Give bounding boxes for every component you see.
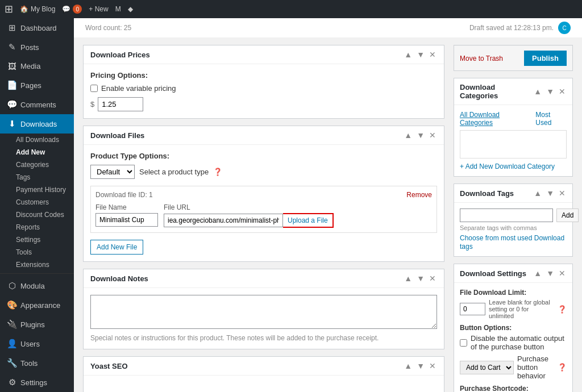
- tags-close[interactable]: ✕: [558, 189, 567, 198]
- move-to-trash-link[interactable]: Move to Trash: [460, 55, 503, 62]
- vendor-icon[interactable]: M: [115, 5, 121, 13]
- cat-tab-all[interactable]: All Download Categories: [460, 111, 531, 127]
- tag-add-button[interactable]: Add: [556, 208, 579, 222]
- file-fields: File Name File URL Upload a File: [95, 203, 432, 228]
- sidebar-sub-categories[interactable]: Categories: [0, 159, 74, 171]
- sidebar-item-plugins[interactable]: 🔌 Plugins: [0, 315, 74, 334]
- sidebar-item-downloads[interactable]: ⬇ Downloads: [0, 114, 74, 134]
- notes-collapse-up[interactable]: ▲: [403, 274, 413, 283]
- sidebar-sub-customers[interactable]: Customers: [0, 196, 74, 208]
- limit-input[interactable]: [460, 303, 485, 315]
- file-url-container: Upload a File: [164, 213, 334, 228]
- sidebar-sub-payment-history[interactable]: Payment History: [0, 184, 74, 196]
- product-type-help-icon[interactable]: ❓: [213, 168, 222, 176]
- cat-close[interactable]: ✕: [558, 87, 567, 96]
- yoast-collapse-down[interactable]: ▼: [415, 361, 426, 370]
- tags-hint: Separate tags with commas: [460, 224, 567, 231]
- price-input[interactable]: [98, 97, 143, 111]
- prices-collapse-up[interactable]: ▲: [403, 50, 413, 59]
- file-item-1: Download file ID: 1 Remove File Name Fil…: [90, 186, 437, 233]
- files-close[interactable]: ✕: [428, 131, 437, 140]
- notes-close[interactable]: ✕: [428, 274, 437, 283]
- wp-logo[interactable]: ⊞: [5, 3, 13, 15]
- sidebar-item-settings[interactable]: ⚙ Settings: [0, 373, 74, 392]
- file-name-input[interactable]: [95, 213, 158, 227]
- upload-file-button[interactable]: Upload a File: [283, 213, 334, 228]
- tags-collapse-up[interactable]: ▲: [533, 189, 543, 198]
- disable-button-checkbox[interactable]: [460, 339, 467, 347]
- post-top-bar: Word count: 25 Draft saved at 12:28:13 p…: [74, 18, 582, 38]
- tags-collapse-down[interactable]: ▼: [545, 189, 555, 198]
- prices-collapse-down[interactable]: ▼: [415, 50, 426, 59]
- diamond-icon[interactable]: ◆: [128, 5, 133, 13]
- sidebar-sub-tools[interactable]: Tools: [0, 246, 74, 258]
- sidebar-separator: [0, 273, 74, 274]
- file-limit-label: File Download Limit:: [460, 289, 567, 297]
- media-icon: 🖼: [7, 61, 17, 71]
- cat-collapse-down[interactable]: ▼: [545, 87, 555, 96]
- download-settings-title: Download Settings: [460, 269, 526, 278]
- sidebar-sub-reports[interactable]: Reports: [0, 221, 74, 233]
- sidebar-item-users[interactable]: 👤 Users: [0, 334, 74, 353]
- publish-actions: Move to Trash Publish: [454, 45, 572, 70]
- prices-close[interactable]: ✕: [428, 50, 437, 59]
- sidebar-item-modula[interactable]: ⬡ Modula: [0, 276, 74, 295]
- sidebar-sub-all-downloads[interactable]: All Downloads: [0, 134, 74, 146]
- variable-pricing-checkbox[interactable]: [90, 85, 98, 92]
- ds-collapse-down[interactable]: ▼: [545, 269, 555, 278]
- behavior-help-icon[interactable]: ❓: [558, 363, 567, 372]
- comments-notif[interactable]: 💬 0: [62, 5, 82, 14]
- file-item-header: Download file ID: 1 Remove: [95, 191, 432, 199]
- ds-controls: ▲ ▼ ✕: [533, 269, 567, 278]
- sidebar-item-tools[interactable]: 🔧 Tools: [0, 353, 74, 373]
- download-tags-header: Download Tags ▲ ▼ ✕: [454, 184, 572, 203]
- sidebar-item-dashboard[interactable]: ⊞ Dashboard: [0, 18, 74, 37]
- cat-tab-most-used[interactable]: Most Used: [535, 111, 567, 127]
- notes-textarea[interactable]: [90, 295, 437, 329]
- main-layout: ⊞ Dashboard ✎ Posts 🖼 Media 📄 Pages 💬 Co…: [0, 18, 582, 392]
- file-url-input[interactable]: [164, 214, 283, 227]
- sidebar-item-pages[interactable]: 📄 Pages: [0, 76, 74, 95]
- ds-collapse-up[interactable]: ▲: [533, 269, 543, 278]
- cat-collapse-up[interactable]: ▲: [533, 87, 543, 96]
- download-settings-metabox: Download Settings ▲ ▼ ✕ File Download Li…: [454, 264, 573, 392]
- product-type-select[interactable]: Default Bundle Service: [90, 165, 135, 179]
- publish-button[interactable]: Publish: [524, 51, 567, 66]
- sidebar-item-media[interactable]: 🖼 Media: [0, 57, 74, 76]
- new-item-link[interactable]: + New: [89, 5, 108, 13]
- sidebar-item-posts[interactable]: ✎ Posts: [0, 37, 74, 57]
- my-blog-link[interactable]: 🏠 My Blog: [20, 5, 55, 13]
- notes-collapse-down[interactable]: ▼: [415, 274, 426, 283]
- comments-icon: 💬: [7, 99, 17, 110]
- sidebar-item-comments[interactable]: 💬 Comments: [0, 95, 74, 114]
- choose-tags-link[interactable]: Choose from most used Download tags: [460, 234, 564, 251]
- add-new-file-button[interactable]: Add New File: [90, 240, 143, 255]
- download-files-header: Download Files ▲ ▼ ✕: [84, 126, 444, 145]
- sidebar-item-appearance[interactable]: 🎨 Appearance: [0, 295, 74, 315]
- add-new-cat-link[interactable]: + Add New Download Category: [460, 162, 555, 170]
- download-tags-body: Add Separate tags with commas Choose fro…: [454, 203, 572, 256]
- yoast-collapse-up[interactable]: ▲: [403, 361, 413, 370]
- add-to-cart-select[interactable]: Add to Cart: [460, 361, 514, 374]
- downloads-icon: ⬇: [7, 119, 17, 129]
- sidebar-sub-add-new[interactable]: Add New: [0, 146, 74, 159]
- sidebar-sub-discount-codes[interactable]: Discount Codes: [0, 208, 74, 221]
- comment-icon: 💬: [62, 5, 70, 13]
- files-collapse-down[interactable]: ▼: [415, 131, 426, 140]
- ds-close[interactable]: ✕: [558, 269, 567, 278]
- files-collapse-up[interactable]: ▲: [403, 131, 413, 140]
- file-limit-row: Leave blank for global setting or 0 for …: [460, 299, 567, 319]
- tag-input[interactable]: [460, 208, 553, 222]
- file-remove-btn[interactable]: Remove: [406, 191, 432, 199]
- sidebar-sub-tags[interactable]: Tags: [0, 171, 74, 184]
- limit-help-icon[interactable]: ❓: [558, 305, 567, 314]
- file-name-field: File Name: [95, 203, 158, 228]
- yoast-close[interactable]: ✕: [428, 361, 437, 370]
- main-column: Download Prices ▲ ▼ ✕ Pricing Options: E…: [83, 45, 444, 392]
- two-column-layout: Download Prices ▲ ▼ ✕ Pricing Options: E…: [74, 38, 582, 392]
- download-notes-header: Download Notes ▲ ▼ ✕: [84, 269, 444, 288]
- cat-list-area[interactable]: [460, 130, 567, 159]
- download-files-metabox: Download Files ▲ ▼ ✕ Product Type Option…: [83, 126, 444, 262]
- sidebar-sub-settings[interactable]: Settings: [0, 233, 74, 246]
- sidebar-sub-extensions[interactable]: Extensions: [0, 258, 74, 271]
